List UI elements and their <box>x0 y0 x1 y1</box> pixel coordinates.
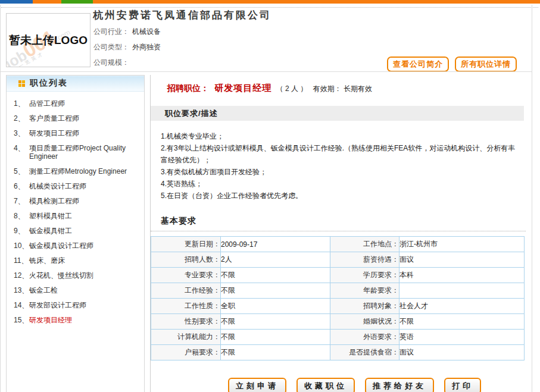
job-description: 1.机械类专业毕业；2.有3年以上结构设计或塑料模具、钣金模具设计工作经验.（熟… <box>161 130 522 202</box>
table-row: 专业要求：不限学历要求：本科 <box>151 268 525 283</box>
job-item-label: 研发项目工程师 <box>29 129 139 137</box>
job-list-sidebar: 职位列表 1、品管工程师2、客户质量工程师3、研发项目工程师4、项目质量工程师P… <box>6 75 145 392</box>
table-row: 招聘人数：2人薪资待遇：面议 <box>151 252 525 268</box>
apply-now-button[interactable]: 立刻申请 <box>228 378 286 392</box>
table-label-cell: 婚姻状况： <box>330 314 399 330</box>
job-item-number: 9、 <box>14 227 29 235</box>
sidebar-header: 职位列表 <box>7 76 144 92</box>
sidebar-job-item[interactable]: 10、钣金模具设计工程师 <box>14 239 139 253</box>
job-item-label: 测量工程师Metrology Engineer <box>29 167 139 175</box>
sidebar-job-item[interactable]: 4、项目质量工程师Project Quality Engineer <box>14 141 139 164</box>
sidebar-job-item[interactable]: 11、铣床、磨床 <box>14 253 139 268</box>
topbar-segment-green <box>61 0 93 4</box>
sidebar-job-item[interactable]: 12、火花机、慢丝线切割 <box>14 268 139 283</box>
table-label-cell: 年龄要求： <box>330 283 399 299</box>
sidebar-job-item[interactable]: 5、测量工程师Metrology Engineer <box>14 164 139 179</box>
table-value-cell: 全职 <box>221 299 330 314</box>
basic-requirements-table: 更新日期：2009-09-17工作地点：浙江-杭州市招聘人数：2人薪资待遇：面议… <box>151 236 525 360</box>
description-line: 2.有3年以上结构设计或塑料模具、钣金模具设计工作经验.（熟练使用相关FEA软件… <box>161 142 522 166</box>
company-info-fields: 公司行业：机械设备公司类型：外商独资公司规模： <box>93 24 161 70</box>
sidebar-job-item[interactable]: 9、钣金模具钳工 <box>14 224 139 239</box>
table-row: 工作经验：不限年龄要求： <box>151 283 525 299</box>
table-label-cell: 专业要求： <box>151 268 221 283</box>
company-field-label: 公司行业： <box>93 27 129 36</box>
company-field-value: 机械设备 <box>132 27 161 36</box>
sidebar-job-item[interactable]: 3、研发项目工程师 <box>14 126 139 141</box>
action-buttons: 立刻申请收藏职位推荐给好友打印 <box>228 378 532 392</box>
company-name: 杭州安费诺飞凤通信部品有限公司 <box>93 8 271 22</box>
table-value-cell: 社会人才 <box>399 299 525 314</box>
sidebar-job-item[interactable]: 15、研发项目经理 <box>14 313 139 328</box>
description-line: 4.英语熟练； <box>161 178 522 190</box>
sidebar-title: 职位列表 <box>30 78 68 89</box>
table-row: 户籍要求：不限是否提供食宿：面议 <box>151 345 525 360</box>
logo-placeholder-text: 暂未上传LOGO <box>7 14 90 67</box>
table-label-cell: 户籍要求： <box>151 345 221 360</box>
job-position-title: 研发项目经理 <box>214 83 271 93</box>
job-item-label: 客户质量工程师 <box>29 114 139 123</box>
table-label-cell: 性别要求： <box>151 314 221 330</box>
company-logo-placeholder: job001.com 一览英才 暂未上传LOGO <box>6 13 90 67</box>
job-item-label: 研发部设计工程师 <box>29 301 139 309</box>
job-item-number: 15、 <box>14 316 29 324</box>
company-field-label: 公司类型： <box>93 43 129 51</box>
sidebar-job-item[interactable]: 6、机械类设计工程师 <box>14 179 139 194</box>
job-item-label: 火花机、慢丝线切割 <box>29 271 139 280</box>
sidebar-job-item[interactable]: 7、模具检测工程师 <box>14 194 139 209</box>
job-item-number: 11、 <box>14 256 29 265</box>
page-left-border <box>0 5 1 392</box>
job-item-label: 铣床、磨床 <box>29 256 139 265</box>
job-item-number: 4、 <box>14 144 29 161</box>
job-item-label: 钣金模具设计工程师 <box>29 242 139 250</box>
topbar-segment-orange <box>33 0 61 4</box>
page-right-border <box>532 5 532 392</box>
job-item-label: 模具检测工程师 <box>29 197 139 205</box>
sidebar-job-item[interactable]: 2、客户质量工程师 <box>14 111 139 126</box>
table-value-cell: 2009-09-17 <box>221 237 330 252</box>
top-color-bar <box>0 0 540 4</box>
table-label-cell: 更新日期： <box>151 237 221 252</box>
table-label-cell: 薪资待遇： <box>330 252 399 268</box>
view-company-profile-button[interactable]: 查看公司简介 <box>387 57 449 72</box>
header-buttons: 查看公司简介所有职位详情 <box>387 57 517 72</box>
table-label-cell: 外语要求： <box>330 330 399 345</box>
save-job-button[interactable]: 收藏职位 <box>296 378 355 392</box>
topbar-segment-blue <box>0 0 33 4</box>
table-label-cell: 工作性质： <box>151 299 221 314</box>
section-title-requirements: 职位要求/描述 <box>151 106 524 121</box>
table-value-cell: 面议 <box>399 252 525 268</box>
company-field-row: 公司类型：外商独资 <box>93 39 161 55</box>
topbar-segment-orange-wide <box>93 0 540 4</box>
job-item-number: 6、 <box>14 182 29 190</box>
table-value-cell: 英语 <box>399 330 525 345</box>
job-item-number: 2、 <box>14 114 29 123</box>
sidebar-job-item[interactable]: 1、品管工程师 <box>14 96 139 111</box>
table-label-cell: 工作经验： <box>151 283 221 299</box>
all-positions-button[interactable]: 所有职位详情 <box>455 57 517 72</box>
header-divider <box>1 71 532 72</box>
table-value-cell: 本科 <box>399 268 525 283</box>
job-detail-panel: 招聘职位： 研发项目经理 （ 2 人 ） 有效期： 长期有效 职位要求/描述 1… <box>150 75 532 392</box>
sidebar-job-item[interactable]: 13、钣金工检 <box>14 283 139 298</box>
table-value-cell: 2人 <box>221 252 330 268</box>
company-field-value: 外商独资 <box>132 43 161 51</box>
table-label-cell: 工作地点： <box>330 237 399 252</box>
sidebar-job-item[interactable]: 8、塑料模具钳工 <box>14 209 139 224</box>
description-line: 5.在日资（台资）企业工作经验者优先考虑。 <box>161 190 522 202</box>
validity-label: 有效期： <box>313 84 342 93</box>
recommend-friend-button[interactable]: 推荐给好友 <box>365 378 434 392</box>
table-value-cell: 不限 <box>221 268 330 283</box>
job-item-label: 品管工程师 <box>29 99 139 108</box>
section-title-basic: 基本要求 <box>151 216 526 231</box>
sidebar-job-item[interactable]: 14、研发部设计工程师 <box>14 298 139 313</box>
job-headcount: （ 2 人 ） <box>276 84 308 93</box>
table-row: 工作性质：全职招聘对象：社会人才 <box>151 299 525 314</box>
table-row: 更新日期：2009-09-17工作地点：浙江-杭州市 <box>151 237 525 252</box>
table-row: 计算机能力：不限外语要求：英语 <box>151 330 525 345</box>
job-item-number: 1、 <box>14 99 29 108</box>
table-label-cell: 是否提供食宿： <box>330 345 399 360</box>
job-item-number: 13、 <box>14 286 29 294</box>
job-item-label: 塑料模具钳工 <box>29 212 139 220</box>
job-header: 招聘职位： 研发项目经理 （ 2 人 ） 有效期： 长期有效 <box>167 83 532 94</box>
print-button[interactable]: 打印 <box>444 378 481 392</box>
